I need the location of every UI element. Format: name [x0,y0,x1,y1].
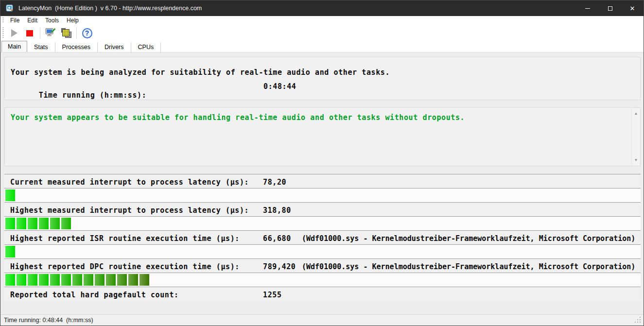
copy-pages-icon [61,28,72,38]
time-running-label: Time running (h:mm:ss): [39,91,147,100]
toolbar-separator [40,27,40,39]
measurements: Current measured interrupt to process la… [4,174,641,301]
measurement-bar [4,273,641,287]
bar-segment [61,274,71,286]
measurement-label: Reported total hard pagefault count: [10,291,179,299]
maximize-button[interactable] [599,0,621,16]
scroll-up-icon[interactable]: ▲ [632,109,640,118]
menubar-gripper-icon [2,17,4,24]
close-icon: ✕ [630,5,635,12]
measurement-label-row: Highest reported DPC routine execution t… [4,258,641,273]
bar-segment [39,274,49,286]
tab-processes[interactable]: Processes [55,42,98,52]
tabbar: Main Stats Processes Drivers CPUs [0,41,644,52]
options-monitor-tool-icon [45,28,56,38]
measurement-label: Current measured interrupt to process la… [10,178,249,187]
measurement-value: 78,20 [263,178,286,187]
time-running-value: 0:48:44 [263,82,296,91]
help-button[interactable]: ? [80,26,94,40]
window-controls: ✕ [576,0,644,16]
measurement-value: 789,420 [263,262,296,271]
toolbar-separator [76,27,77,39]
stop-icon [26,30,33,36]
status-message-panel: Your system appears to be suitable for h… [4,107,641,166]
measurement-label-row: Highest reported ISR routine execution t… [4,230,641,244]
menu-help[interactable]: Help [63,17,83,24]
measurement-bar [4,188,641,202]
bar-segment [95,274,104,286]
bar-segment [28,274,37,286]
bar-segment [17,274,26,286]
maximize-icon [608,6,612,11]
analysis-panel: Your system is being analyzed for suitab… [4,57,641,100]
bar-segment [128,274,138,286]
toolbar-gripper-icon [2,27,4,39]
options-button[interactable] [44,26,57,40]
bar-segment [5,274,15,286]
analysis-text: Your system is being analyzed for suitab… [5,57,640,77]
measurement-label: Highest reported DPC routine execution t… [10,262,240,271]
bar-segment [50,218,60,229]
bar-segment [61,218,71,229]
measurement-extra: (Wdf01000.sys - Kernelmodustreiber-Frame… [302,234,635,243]
toolbar: ? [0,25,644,41]
status-message: Your system appears to be suitable for h… [5,108,640,122]
tab-stats[interactable]: Stats [27,42,55,52]
measurement-bar [4,244,641,258]
app-icon [6,4,14,12]
measurement-value: 1255 [263,291,282,299]
measurement-label: Highest reported ISR routine execution t… [10,234,240,243]
measurement-value: 66,680 [263,234,291,243]
bar-segment [5,246,15,257]
bar-segment [84,274,93,286]
stop-monitor-button[interactable] [23,26,36,40]
minimize-button[interactable] [576,0,599,16]
measurement-label-row: Highest measured interrupt to process la… [4,202,641,216]
close-button[interactable]: ✕ [621,0,644,16]
tab-cpus[interactable]: CPUs [131,42,161,52]
bar-segment [106,274,116,286]
bar-segment [17,218,26,229]
minimize-icon [585,8,590,9]
help-icon: ? [82,28,92,38]
play-icon [11,29,17,37]
statusbar-text: Time running: 0:48:44 (h:mm:ss) [4,317,93,324]
measurement-value: 318,80 [263,206,291,215]
tab-main[interactable]: Main [1,41,27,52]
menu-tools[interactable]: Tools [41,17,63,24]
latencymon-window: LatencyMon (Home Edition ) v 6.70 - http… [0,0,644,326]
measurement-label-row: Reported total hard pagefault count:1255 [4,287,641,301]
bar-segment [5,189,15,201]
bar-segment [72,274,82,286]
measurement-extra: (Wdf01000.sys - Kernelmodustreiber-Frame… [302,262,635,271]
bar-segment [5,218,15,229]
bar-segment [139,274,149,286]
tab-drivers[interactable]: Drivers [98,42,131,52]
time-running-row: Time running (h:mm:ss): 0:48:44 [5,77,640,100]
window-title: LatencyMon (Home Edition ) v 6.70 - http… [18,5,202,12]
bar-segment [39,218,49,229]
resize-grip-icon[interactable] [635,317,641,323]
menu-file[interactable]: File [6,17,23,24]
titlebar: LatencyMon (Home Edition ) v 6.70 - http… [0,0,644,16]
bar-segment [28,218,37,229]
menubar: File Edit Tools Help [0,16,644,25]
measurement-bar [4,216,641,230]
menu-edit[interactable]: Edit [23,17,41,24]
bar-segment [50,274,60,286]
message-scrollbar[interactable]: ▲ ▼ [631,108,640,165]
statusbar: Time running: 0:48:44 (h:mm:ss) [1,314,643,325]
measurement-label: Highest measured interrupt to process la… [10,206,249,215]
bar-segment [117,274,127,286]
copy-report-button[interactable] [59,26,73,40]
start-monitor-button[interactable] [7,26,21,40]
scroll-down-icon[interactable]: ▼ [632,156,640,164]
measurement-label-row: Current measured interrupt to process la… [4,174,641,188]
